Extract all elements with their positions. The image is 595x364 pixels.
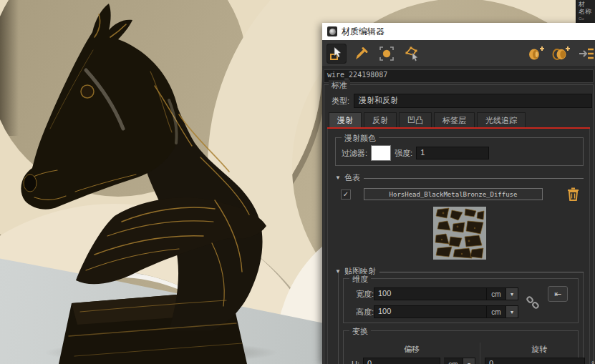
material-sphere-icon <box>327 26 337 36</box>
filter-color-swatch[interactable] <box>371 145 391 161</box>
offset-header: 偏移 <box>348 344 475 355</box>
collapse-arrow-icon[interactable]: ▼ <box>335 268 341 275</box>
eyedropper-tool-button[interactable] <box>352 44 372 64</box>
tab-bump[interactable]: 凹凸 <box>399 112 432 127</box>
arrow-link-icon <box>579 46 594 62</box>
titlebar[interactable]: 材质编辑器 <box>322 23 595 40</box>
transform-group: 变换 偏移 U: 0 cm ▾ <box>343 330 579 364</box>
texture-row: ✓ HorsHead_BlackMetalBronze_Diffuse <box>335 187 584 201</box>
texture-thumbnail[interactable] <box>433 207 486 260</box>
select-material-icon <box>379 46 395 62</box>
diffuse-tab-page: 漫射颜色 过滤器: 强度: 1 ▼ 色表 ✓ HorsHead_BlackMet… <box>327 129 590 364</box>
link-dimensions-icon[interactable] <box>525 295 541 310</box>
width-unit-dropdown[interactable]: cm <box>487 287 506 300</box>
link-to-library-button[interactable] <box>576 44 595 64</box>
toolbar <box>322 40 595 67</box>
u-unit-dropdown[interactable]: cm <box>444 358 463 364</box>
reset-arrow-icon: ⇤ <box>554 289 561 299</box>
dimensions-group: 维度 宽度: 100 cm ▾ <box>343 278 579 323</box>
height-unit-dropdown[interactable]: cm <box>487 305 506 318</box>
sculpture-eye <box>81 85 94 98</box>
fragment-text: 名称 <box>579 8 595 15</box>
u-label: U: <box>348 360 359 364</box>
degree-symbol: ° <box>591 360 594 364</box>
diffuse-color-group-label: 漫射颜色 <box>342 133 379 144</box>
diffuse-color-group: 漫射颜色 过滤器: 强度: 1 <box>335 137 584 166</box>
fragment-text: 材 <box>579 1 595 8</box>
select-shape-tool-button[interactable] <box>402 44 422 64</box>
rotation-input[interactable]: 0 <box>485 358 585 364</box>
chevron-down-icon[interactable]: ▾ <box>506 287 518 300</box>
eyedropper-icon <box>354 46 369 61</box>
polygon-select-icon <box>404 46 420 62</box>
colormap-section-header: ▼ 色表 <box>335 172 584 183</box>
filter-label: 过滤器: <box>342 148 367 159</box>
select-material-tool-button[interactable] <box>377 44 397 64</box>
cursor-apply-icon <box>329 46 344 61</box>
fragment-text: Cu <box>579 15 595 22</box>
background-panel-fragment: 材 名称 Cu <box>576 0 595 24</box>
window-title: 材质编辑器 <box>342 26 384 38</box>
dimensions-group-label: 维度 <box>349 274 371 285</box>
add-multi-material-icon <box>552 46 571 62</box>
tab-diffuse[interactable]: 漫射 <box>329 112 362 127</box>
width-input[interactable]: 100 <box>374 287 487 300</box>
tab-reflection[interactable]: 反射 <box>364 112 397 127</box>
apply-material-tool-button[interactable] <box>326 44 347 64</box>
standard-group: 标准 类型: 漫射和反射 漫射 反射 凹凸 标签层 光线追踪 漫射颜色 过滤器:… <box>324 84 594 364</box>
width-label: 宽度: <box>349 289 374 300</box>
material-type-dropdown[interactable]: 漫射和反射 <box>354 94 592 108</box>
add-material-icon <box>528 46 545 62</box>
tab-label-layer[interactable]: 标签层 <box>434 112 475 127</box>
height-label: 高度: <box>349 307 374 318</box>
texture-enabled-checkbox[interactable]: ✓ <box>341 190 351 200</box>
add-multi-material-button[interactable] <box>551 44 571 64</box>
offset-column: 偏移 U: 0 cm ▾ V: 0 <box>344 343 480 364</box>
horse-head-sculpture[interactable] <box>0 0 329 364</box>
intensity-label: 强度: <box>395 148 412 159</box>
material-editor-window: 材质编辑器 <box>322 23 595 364</box>
standard-group-label: 标准 <box>329 80 350 91</box>
chevron-down-icon[interactable]: ▾ <box>506 305 518 318</box>
reset-mapping-button[interactable]: ⇤ <box>548 286 568 302</box>
rotation-column: 旋转 0 ° <box>480 343 595 364</box>
type-label: 类型: <box>332 96 349 107</box>
offset-u-input[interactable]: 0 <box>363 358 440 364</box>
rotation-header: 旋转 <box>485 344 594 355</box>
sculpture-nostril <box>24 174 37 192</box>
height-input[interactable]: 100 <box>374 305 487 318</box>
mapping-frame: 维度 宽度: 100 cm ▾ <box>338 272 584 364</box>
texture-name-button[interactable]: HorsHead_BlackMetalBronze_Diffuse <box>364 188 543 200</box>
chevron-down-icon[interactable]: ▾ <box>463 358 475 364</box>
colormap-section-title: 色表 <box>344 172 360 183</box>
tab-bar: 漫射 反射 凹凸 标签层 光线追踪 <box>329 112 590 127</box>
delete-texture-trash-icon[interactable] <box>567 187 579 201</box>
tab-raytrace[interactable]: 光线追踪 <box>477 112 526 127</box>
intensity-input[interactable]: 1 <box>416 147 489 159</box>
add-material-button[interactable] <box>526 44 546 64</box>
collapse-arrow-icon[interactable]: ▼ <box>335 174 341 181</box>
material-name-field[interactable]: wire_224198087 <box>324 69 594 83</box>
check-icon: ✓ <box>343 191 349 198</box>
transform-group-label: 变换 <box>349 326 371 337</box>
